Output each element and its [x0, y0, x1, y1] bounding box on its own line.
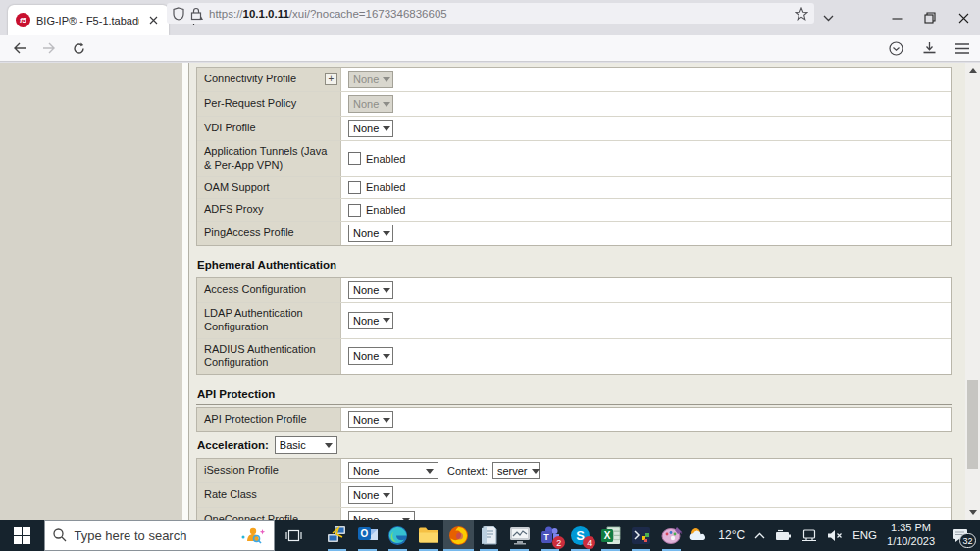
scrollbar-thumb[interactable]: [967, 380, 978, 469]
section-title-ephemeral-authentication: Ephemeral Authentication: [196, 256, 952, 276]
radius-auth-configuration-select[interactable]: None: [348, 347, 393, 365]
ephemeral-auth-table: Access Configuration None LDAP Authentic…: [196, 277, 952, 375]
forward-button[interactable]: [35, 36, 63, 60]
weather-icon[interactable]: [687, 526, 708, 544]
taskbar-app-skype[interactable]: S 4: [565, 520, 595, 551]
clock[interactable]: 1:35 PM 1/10/2023: [887, 522, 935, 549]
teams-badge: 2: [552, 536, 565, 549]
table-row: iSession Profile None Context: server: [197, 459, 951, 483]
taskbar-app-excel[interactable]: X: [595, 520, 626, 551]
chevron-down-icon: [383, 288, 390, 293]
ldap-auth-configuration-select[interactable]: None: [348, 312, 393, 329]
chevron-down-icon: [383, 418, 390, 423]
table-row: Per-Request Policy None: [197, 92, 951, 117]
browser-tab[interactable]: f5 BIG-IP® - F5-1.tabadul.com (10: [8, 5, 169, 35]
row-label: iSession Profile: [204, 464, 279, 477]
oneconnect-profile-select[interactable]: None: [348, 511, 415, 520]
search-highlights-icon[interactable]: [240, 526, 266, 545]
taskbar-app-paint[interactable]: [656, 520, 687, 551]
taskbar-app-edge[interactable]: [383, 520, 413, 551]
system-tray: 12°C ENG 1:35 PM 1/10/2023 32: [687, 520, 980, 551]
api-protection-profile-select[interactable]: None: [348, 411, 393, 428]
row-label: Access Configuration: [204, 283, 306, 297]
acceleration-table: iSession Profile None Context: server Ra…: [196, 458, 952, 520]
taskbar-app-system-monitor[interactable]: [504, 520, 535, 551]
taskbar-search-input[interactable]: Type here to search: [44, 520, 276, 551]
chevron-down-icon: [383, 493, 390, 498]
network-icon[interactable]: [801, 529, 817, 542]
acceleration-row: Acceleration: Basic: [196, 432, 952, 458]
row-label: VDI Profile: [204, 122, 256, 135]
menu-hamburger-icon[interactable]: [951, 37, 974, 59]
chevron-down-icon: [383, 102, 390, 107]
taskbar-app-file-explorer[interactable]: [413, 520, 443, 551]
close-window-button[interactable]: [947, 0, 980, 35]
table-row: API Protection Profile None: [197, 408, 951, 431]
acceleration-select[interactable]: Basic: [275, 436, 337, 454]
table-row: OneConnect Profile None: [197, 508, 951, 520]
api-protection-table: API Protection Profile None: [196, 407, 952, 432]
pingaccess-profile-select[interactable]: None: [348, 225, 393, 242]
acceleration-label: Acceleration:: [197, 439, 269, 451]
shield-icon[interactable]: [173, 7, 184, 21]
page-scrollbar[interactable]: [965, 63, 980, 520]
browser-toolbar: [0, 35, 980, 62]
vdi-profile-select[interactable]: None: [348, 120, 393, 137]
taskbar-apps: O: [322, 520, 687, 551]
volume-muted-icon[interactable]: [827, 529, 843, 542]
taskbar-app-powershell-ise[interactable]: [626, 520, 656, 551]
address-bar[interactable]: https://10.1.0.11/xui/?nocache=167334683…: [167, 3, 814, 24]
task-view-icon[interactable]: [275, 520, 312, 551]
add-profile-button[interactable]: +: [325, 73, 337, 85]
oam-support-checkbox[interactable]: [348, 181, 361, 194]
tab-close-icon[interactable]: [145, 13, 161, 28]
scroll-down-icon[interactable]: [965, 505, 980, 520]
action-center-icon[interactable]: 32: [945, 520, 974, 551]
table-row: PingAccess Profile None: [197, 222, 951, 245]
pocket-icon[interactable]: [884, 37, 907, 59]
url-text[interactable]: https://10.1.0.11/xui/?nocache=167334683…: [209, 8, 789, 20]
bookmark-star-icon[interactable]: [795, 7, 808, 21]
chevron-down-icon: [426, 469, 434, 474]
svg-text:X: X: [604, 530, 611, 541]
reload-button[interactable]: [65, 36, 92, 60]
battery-icon[interactable]: [775, 529, 792, 541]
access-configuration-select[interactable]: None: [348, 281, 393, 299]
taskbar-app-firefox[interactable]: [443, 520, 474, 551]
table-row: ADFS Proxy Enabled: [197, 199, 951, 222]
back-button[interactable]: [6, 36, 33, 60]
chevron-down-icon: [383, 318, 390, 323]
tray-expand-icon[interactable]: [754, 532, 765, 539]
context-select[interactable]: server: [492, 462, 540, 479]
taskbar-app-outlook[interactable]: O: [352, 520, 383, 551]
connectivity-profile-select: None: [348, 71, 393, 88]
row-label: OneConnect Profile: [204, 513, 298, 520]
svg-text:O: O: [360, 528, 368, 539]
windows-taskbar: Type here to search O: [0, 520, 980, 551]
taskbar-app-notepad[interactable]: [474, 520, 504, 551]
row-label: ADFS Proxy: [204, 203, 264, 217]
toolbar-right-icons: [884, 37, 974, 59]
navigation-panel: [0, 63, 182, 520]
minimize-button[interactable]: [880, 0, 913, 35]
adfs-proxy-checkbox[interactable]: [348, 204, 361, 217]
app-tunnels-checkbox[interactable]: [348, 152, 361, 165]
lock-warning-icon[interactable]: [190, 7, 203, 21]
taskbar-app-teams[interactable]: T 2: [535, 520, 565, 551]
restore-button[interactable]: [913, 0, 947, 35]
scroll-up-icon[interactable]: [965, 63, 980, 77]
language-indicator[interactable]: ENG: [852, 529, 877, 541]
start-button[interactable]: [0, 520, 44, 551]
temperature[interactable]: 12°C: [718, 528, 745, 542]
row-label: RADIUS Authentication Configuration: [204, 343, 334, 371]
profiles-table: Connectivity Profile + None Per-Request …: [196, 67, 952, 246]
taskbar-app-mremoteng[interactable]: [322, 520, 352, 551]
table-row: RADIUS Authentication Configuration None: [197, 339, 951, 375]
rate-class-select[interactable]: None: [348, 486, 393, 504]
downloads-icon[interactable]: [917, 37, 941, 59]
isession-profile-select[interactable]: None: [348, 462, 438, 479]
chevron-down-icon: [383, 126, 390, 131]
screen: f5 BIG-IP® - F5-1.tabadul.com (10: [0, 0, 980, 551]
per-request-policy-select: None: [348, 95, 393, 113]
list-all-tabs-icon[interactable]: [813, 0, 843, 35]
